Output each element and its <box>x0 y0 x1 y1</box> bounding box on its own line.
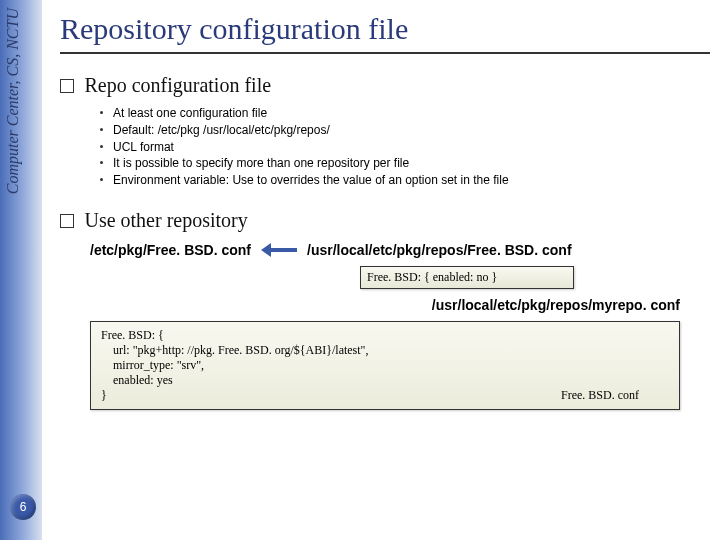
arrow-left-icon <box>261 243 297 257</box>
paths-row: /etc/pkg/Free. BSD. conf /usr/local/etc/… <box>90 242 710 258</box>
section-heading: Use other repository <box>84 209 247 231</box>
path-myrepo: /usr/local/etc/pkg/repos/myrepo. conf <box>60 297 680 313</box>
sidebar-label: Computer Center, CS, NCTU <box>4 8 22 194</box>
section-heading: Repo configuration file <box>84 74 271 96</box>
slide-title: Repository configuration file <box>60 12 710 54</box>
code-ref: Free. BSD. conf <box>561 388 639 403</box>
page-number-badge: 6 <box>10 494 36 520</box>
dot-icon <box>100 145 103 148</box>
list-item: Default: /etc/pkg /usr/local/etc/pkg/rep… <box>100 122 710 139</box>
sidebar-gradient: Computer Center, CS, NCTU <box>0 0 42 540</box>
square-bullet-icon <box>60 214 74 228</box>
dot-icon <box>100 178 103 181</box>
dot-icon <box>100 161 103 164</box>
square-bullet-icon <box>60 79 74 93</box>
code-box-disabled: Free. BSD: { enabled: no } <box>360 266 574 289</box>
code-line: enabled: yes <box>101 373 669 388</box>
section-repo-config: Repo configuration file <box>60 74 710 97</box>
list-item-text: It is possible to specify more than one … <box>113 156 409 170</box>
list-item: Environment variable: Use to overrides t… <box>100 172 710 189</box>
list-item: It is possible to specify more than one … <box>100 155 710 172</box>
list-item-text: At least one configuration file <box>113 106 267 120</box>
code-line: url: "pkg+http: //pkg. Free. BSD. org/${… <box>101 343 669 358</box>
dot-icon <box>100 128 103 131</box>
code-box-config: Free. BSD: { url: "pkg+http: //pkg. Free… <box>90 321 680 410</box>
path-left: /etc/pkg/Free. BSD. conf <box>90 242 251 258</box>
path-right: /usr/local/etc/pkg/repos/Free. BSD. conf <box>307 242 572 258</box>
section-use-other: Use other repository <box>60 209 710 232</box>
slide-content: Repository configuration file Repo confi… <box>60 0 710 410</box>
code-line: Free. BSD: { <box>101 328 669 343</box>
list-item-text: Default: /etc/pkg /usr/local/etc/pkg/rep… <box>113 123 330 137</box>
repo-config-sublist: At least one configuration file Default:… <box>100 105 710 189</box>
list-item: UCL format <box>100 139 710 156</box>
list-item-text: UCL format <box>113 140 174 154</box>
code-line: mirror_type: "srv", <box>101 358 669 373</box>
dot-icon <box>100 111 103 114</box>
list-item: At least one configuration file <box>100 105 710 122</box>
list-item-text: Environment variable: Use to overrides t… <box>113 173 509 187</box>
